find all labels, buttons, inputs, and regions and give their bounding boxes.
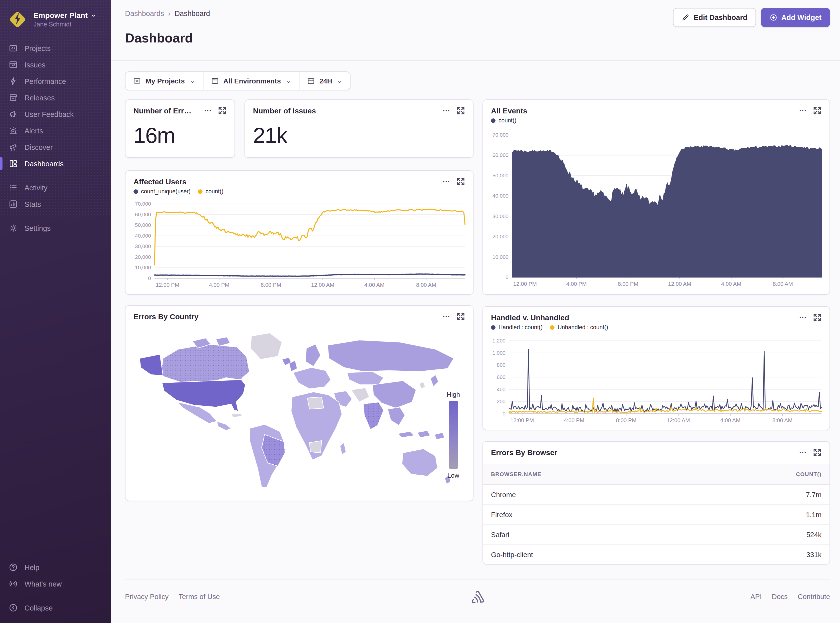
svg-text:0: 0 [506,274,509,280]
browser-name: Firefox [491,510,512,518]
svg-text:4:00 AM: 4:00 AM [721,281,742,287]
legend-item[interactable]: count_unique(user) [134,188,191,194]
sidebar-item-projects[interactable]: Projects [0,40,111,57]
dashboards-icon [9,159,18,168]
map-legend-high: High [447,391,460,398]
legend-item[interactable]: Handled : count() [491,324,543,330]
svg-text:8:00 AM: 8:00 AM [416,282,436,288]
filter-24h[interactable]: 24H [299,72,350,90]
sidebar-item-releases[interactable]: Releases [0,89,111,106]
sidebar-item-label: Alerts [25,127,43,135]
sidebar-item-alerts[interactable]: Alerts [0,123,111,139]
settings-icon [9,223,18,233]
filter-all-environments[interactable]: All Environments [203,72,299,90]
sidebar-item-stats[interactable]: Stats [0,196,111,212]
svg-text:60,000: 60,000 [135,212,151,217]
widget-handled-v-unhandled: Handled v. Unhandled Handled : count()Un… [483,306,830,430]
legend-dot [134,189,138,193]
sidebar-item-label: What's new [25,580,62,588]
sidebar-item-settings[interactable]: Settings [0,220,111,236]
legend-item[interactable]: count() [198,188,223,194]
legend-item[interactable]: Unhandled : count() [550,324,608,330]
footer-link-terms-of-use[interactable]: Terms of Use [178,592,220,600]
map-legend-low: Low [447,472,460,479]
column-count[interactable]: COUNT() [796,471,822,477]
svg-text:30,000: 30,000 [492,213,509,219]
widget-expand-button[interactable] [813,313,822,322]
sidebar-item-issues[interactable]: Issues [0,57,111,73]
sidebar: Empower Plant Jane Schmidt ProjectsIssue… [0,0,111,623]
widget-menu-button[interactable] [798,448,807,457]
svg-text:12:00 PM: 12:00 PM [510,417,534,424]
header-divider [111,60,840,61]
widget-menu-button[interactable] [798,106,807,115]
widget-title: Errors By Browser [491,448,557,457]
widget-errors-by-browser: Errors By Browser BROWSER.NAMECOUNT()Chr… [483,441,830,565]
chart-legend: count() [483,115,829,123]
widget-menu-button[interactable] [442,106,451,115]
svg-text:1,000: 1,000 [492,350,506,356]
widget-title: Affected Users [134,177,186,186]
widget-menu-button[interactable] [442,312,451,321]
svg-text:8:00 PM: 8:00 PM [261,282,281,288]
add-widget-button[interactable]: Add Widget [761,8,830,27]
column-browser-name[interactable]: BROWSER.NAME [491,471,542,477]
org-user: Jane Schmidt [34,21,97,28]
sidebar-item-dashboards[interactable]: Dashboards [0,155,111,172]
widget-menu-button[interactable] [798,313,807,322]
sidebar-item-label: User Feedback [25,110,74,118]
widget-expand-button[interactable] [813,106,822,115]
sidebar-item-what-s-new[interactable]: What's new [0,575,111,592]
sidebar-item-user-feedback[interactable]: User Feedback [0,106,111,123]
widget-expand-button[interactable] [813,448,822,457]
breadcrumb-dashboards[interactable]: Dashboards [125,9,164,17]
widget-expand-button[interactable] [457,177,465,186]
sidebar-item-discover[interactable]: Discover [0,139,111,155]
world-map [131,326,467,496]
alerts-icon [9,126,18,135]
legend-dot [491,118,495,123]
svg-text:10,000: 10,000 [135,264,151,270]
footer-link-contribute[interactable]: Contribute [798,592,830,600]
svg-text:8:00 PM: 8:00 PM [616,417,637,424]
widget-menu-button[interactable] [203,106,212,115]
filter-my-projects[interactable]: My Projects [126,72,203,90]
projects-icon [133,77,141,85]
footer-link-api[interactable]: API [751,592,762,600]
widget-menu-button[interactable] [442,177,451,186]
svg-text:20,000: 20,000 [135,254,151,260]
all-events-chart: 010,00020,00030,00040,00050,00060,00070,… [488,130,825,290]
sidebar-item-activity[interactable]: Activity [0,180,111,196]
breadcrumb-current: Dashboard [174,9,210,17]
edit-dashboard-button[interactable]: Edit Dashboard [673,8,756,27]
page-footer: Privacy PolicyTerms of Use APIDocsContri… [125,580,830,612]
widget-expand-button[interactable] [218,106,226,115]
org-switcher[interactable]: Empower Plant Jane Schmidt [0,7,111,40]
sidebar-item-performance[interactable]: Performance [0,73,111,89]
number-of-issues-value: 21k [245,115,473,148]
widget-expand-button[interactable] [457,312,465,321]
footer-link-docs[interactable]: Docs [772,592,788,600]
legend-dot [198,189,203,193]
svg-text:8:00 AM: 8:00 AM [772,417,792,424]
table-row: Safari524k [483,525,829,545]
browser-count: 1.1m [806,510,822,518]
whats-new-icon [9,579,18,589]
legend-item[interactable]: count() [491,117,517,123]
table-row: Chrome7.7m [483,485,829,505]
widget-expand-button[interactable] [457,106,465,115]
sidebar-item-help[interactable]: Help [0,559,111,575]
svg-text:12:00 AM: 12:00 AM [311,282,334,288]
footer-link-privacy-policy[interactable]: Privacy Policy [125,592,169,600]
window-icon [211,77,219,85]
table-row: Firefox1.1m [483,505,829,525]
sidebar-nav-footer: HelpWhat's newCollapse [0,559,111,616]
sidebar-item-label: Help [25,563,40,571]
chart-legend: Handled : count()Unhandled : count() [483,322,829,330]
chevron-down-icon [91,12,97,18]
sidebar-item-collapse[interactable]: Collapse [0,600,111,616]
chevron-down-icon [337,78,343,84]
browser-name: Safari [491,530,509,538]
svg-text:12:00 AM: 12:00 AM [668,281,691,287]
legend-dot [491,325,495,330]
